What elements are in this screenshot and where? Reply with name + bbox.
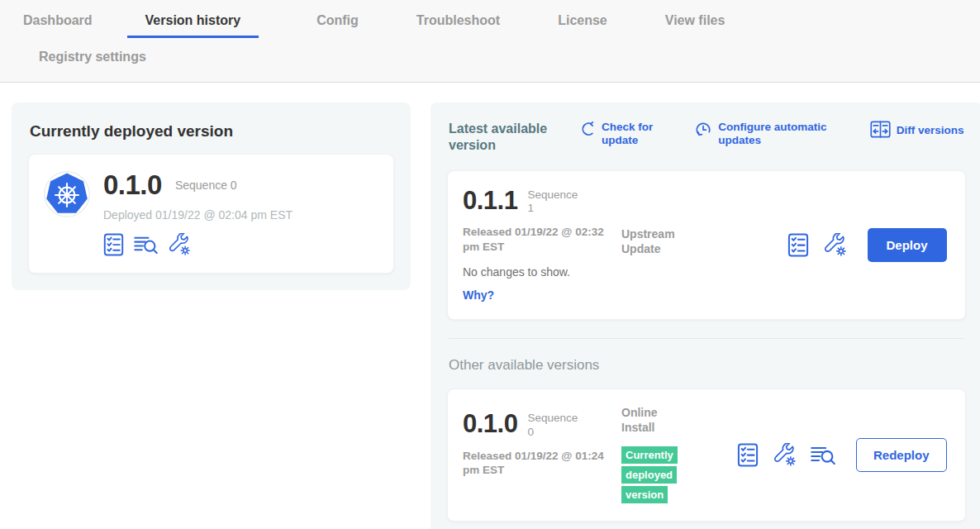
other-available-versions-title: Other available versions xyxy=(449,357,966,374)
deploy-logs-icon[interactable] xyxy=(811,445,835,465)
kubernetes-logo-icon xyxy=(44,171,90,217)
currently-deployed-panel: Currently deployed version 0.1.0 Sequenc… xyxy=(12,102,411,290)
config-icon[interactable] xyxy=(823,233,847,257)
deploy-button[interactable]: Deploy xyxy=(868,228,947,262)
tab-version-history[interactable]: Version history xyxy=(127,13,259,38)
other-version-number: 0.1.0 xyxy=(463,411,517,436)
available-versions-header: Latest available version Check for updat… xyxy=(449,121,964,154)
check-for-update-label: Check for update xyxy=(602,121,654,147)
latest-sequence-label: Sequence 1 xyxy=(527,188,585,215)
scheduled-update-icon xyxy=(694,121,712,142)
latest-source-column: Upstream Update xyxy=(621,227,737,256)
deployed-version-card: 0.1.0 Sequence 0 Deployed 01/19/22 @ 02:… xyxy=(28,154,394,274)
currently-deployed-badge-wrap: Currently deployed version xyxy=(621,445,689,504)
diff-versions-link[interactable]: Diff versions xyxy=(870,121,964,141)
changes-note: No changes to show. xyxy=(463,265,621,279)
nav-row-secondary: Registry settings xyxy=(0,50,980,72)
latest-available-title: Latest available version xyxy=(449,121,569,154)
app-nav: Dashboard Version history Config Trouble… xyxy=(0,0,980,83)
section-divider xyxy=(449,338,964,339)
refresh-icon xyxy=(579,121,596,141)
latest-version-number: 0.1.1 xyxy=(463,188,517,213)
currently-deployed-badge: Currently deployed version xyxy=(621,446,678,503)
preflight-checks-icon[interactable] xyxy=(103,233,124,256)
latest-version-info: 0.1.1 Sequence 1 Released 01/19/22 @ 02:… xyxy=(463,188,621,303)
tab-troubleshoot[interactable]: Troubleshoot xyxy=(416,13,500,36)
other-source-column: Online Install Currently deployed versio… xyxy=(621,406,737,504)
preflight-checks-icon[interactable] xyxy=(737,443,759,467)
header-actions: Check for update Configure automatic upd… xyxy=(569,121,964,147)
diff-versions-label: Diff versions xyxy=(897,124,964,137)
deploy-logs-icon[interactable] xyxy=(134,235,158,255)
other-released-timestamp: Released 01/19/22 @ 01:24 pm EST xyxy=(463,449,621,478)
deployed-sequence-label: Sequence 0 xyxy=(175,179,237,192)
deployed-timestamp: Deployed 01/19/22 @ 02:04 pm EST xyxy=(103,208,293,222)
tab-view-files[interactable]: View files xyxy=(665,13,725,36)
tab-config[interactable]: Config xyxy=(316,13,359,36)
deployed-version-info: 0.1.0 Sequence 0 Deployed 01/19/22 @ 02:… xyxy=(103,171,293,256)
latest-source-label: Upstream Update xyxy=(621,227,687,256)
latest-version-card: 0.1.1 Sequence 1 Released 01/19/22 @ 02:… xyxy=(447,170,966,320)
why-link[interactable]: Why? xyxy=(463,288,494,302)
other-version-card: 0.1.0 Sequence 0 Released 01/19/22 @ 01:… xyxy=(447,388,966,522)
tab-registry-settings[interactable]: Registry settings xyxy=(39,50,146,72)
redeploy-button[interactable]: Redeploy xyxy=(856,438,947,472)
config-icon[interactable] xyxy=(168,233,191,256)
configure-automatic-updates-label: Configure automatic updates xyxy=(718,121,830,147)
config-icon[interactable] xyxy=(773,443,797,467)
tab-license[interactable]: License xyxy=(558,13,607,36)
nav-row-primary: Dashboard Version history Config Trouble… xyxy=(0,13,980,38)
configure-automatic-updates-link[interactable]: Configure automatic updates xyxy=(694,121,830,147)
other-sequence-label: Sequence 0 xyxy=(527,412,585,438)
other-version-actions: Redeploy xyxy=(737,438,947,472)
main-content: Currently deployed version 0.1.0 Sequenc… xyxy=(0,83,980,529)
latest-released-timestamp: Released 01/19/22 @ 02:32 pm EST xyxy=(463,225,621,254)
currently-deployed-title: Currently deployed version xyxy=(30,122,394,141)
deployed-version-number: 0.1.0 xyxy=(103,171,162,198)
available-versions-panel: Latest available version Check for updat… xyxy=(431,102,980,529)
latest-version-actions: Deploy xyxy=(787,228,947,262)
other-source-label: Online Install xyxy=(621,406,673,435)
tab-dashboard[interactable]: Dashboard xyxy=(23,13,93,36)
diff-icon xyxy=(870,121,891,141)
preflight-checks-icon[interactable] xyxy=(787,233,809,257)
check-for-update-link[interactable]: Check for update xyxy=(579,121,654,147)
other-version-info: 0.1.0 Sequence 0 Released 01/19/22 @ 01:… xyxy=(463,406,621,477)
